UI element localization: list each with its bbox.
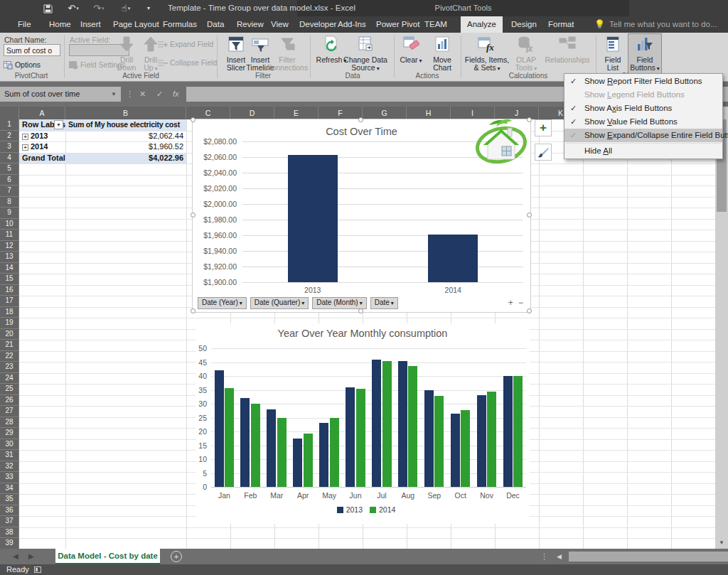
column-header-A[interactable]: A <box>19 107 65 119</box>
pivot-row-value[interactable]: $2,062.44 <box>65 131 186 142</box>
row-header-34[interactable]: 34 <box>0 483 19 495</box>
menu-item-show-expand-collapse-entire-field-buttons[interactable]: ✓Show Expand/Collapse Entire Field Butto… <box>564 129 722 142</box>
chart-name-input[interactable] <box>4 44 60 56</box>
column-header-D[interactable]: D <box>230 107 274 119</box>
field-button-date[interactable]: Date <box>370 297 398 309</box>
formula-bar-grip[interactable]: ⋮ <box>126 87 134 102</box>
column-header-H[interactable]: H <box>407 107 451 119</box>
column-header-B[interactable]: B <box>65 107 186 119</box>
row-header-15[interactable]: 15 <box>0 274 19 285</box>
select-all-corner[interactable] <box>0 107 19 119</box>
chart-elements-button[interactable]: + <box>535 119 552 136</box>
row-header-35[interactable]: 35 <box>0 494 19 505</box>
tab-design[interactable]: Design <box>505 16 543 33</box>
row-header-30[interactable]: 30 <box>0 439 19 451</box>
redo-icon[interactable]: ↷▾ <box>90 2 108 14</box>
row-header-25[interactable]: 25 <box>0 384 19 395</box>
row-header-29[interactable]: 29 <box>0 428 19 439</box>
column-header-G[interactable]: G <box>363 107 407 119</box>
pivot-header-value[interactable]: Sum of My house electricity cost <box>65 119 186 131</box>
row-header-11[interactable]: 11 <box>0 230 19 241</box>
menu-item-hide-all[interactable]: Hide All <box>564 144 722 158</box>
menu-item-show-value-field-buttons[interactable]: ✓Show Value Field Buttons <box>564 115 722 129</box>
year-over-year-chart[interactable]: Year Over Year Monthly consumption 50454… <box>196 323 530 524</box>
selection-handle[interactable] <box>358 117 363 122</box>
selection-handle[interactable] <box>527 117 532 122</box>
row-header-20[interactable]: 20 <box>0 329 19 340</box>
expand-collapse-buttons[interactable]: + − <box>508 298 525 308</box>
row-header-10[interactable]: 10 <box>0 219 19 230</box>
pivot-total-label[interactable]: Grand Total <box>19 153 65 164</box>
row-header-7[interactable]: 7 <box>0 186 19 197</box>
selection-handle[interactable] <box>527 308 532 313</box>
row-header-36[interactable]: 36 <box>0 505 19 517</box>
row-header-5[interactable]: 5 <box>0 163 19 175</box>
customize-qat-icon[interactable]: ▾ <box>144 2 154 14</box>
row-header-21[interactable]: 21 <box>0 340 19 351</box>
menu-item-show-axis-field-buttons[interactable]: ✓Show Axis Field Buttons <box>564 102 722 115</box>
tab-insert[interactable]: Insert <box>74 16 107 33</box>
row-header-8[interactable]: 8 <box>0 197 19 208</box>
name-box-caret-icon[interactable]: ▼ <box>111 87 117 102</box>
row-header-12[interactable]: 12 <box>0 241 19 252</box>
pivot-row-value[interactable]: $1,960.52 <box>65 141 186 153</box>
row-header-26[interactable]: 26 <box>0 395 19 407</box>
field-button-date-year[interactable]: Date (Year) <box>198 297 247 309</box>
menu-item-show-report-filter-field-buttons[interactable]: ✓Show Report Filter Field Buttons <box>564 75 722 88</box>
hscroll-grip[interactable]: ⋮ <box>540 549 548 564</box>
chart-styles-button[interactable] <box>535 144 552 161</box>
new-sheet-icon[interactable]: + <box>171 551 182 562</box>
selection-handle[interactable] <box>358 308 363 313</box>
hscroll-left-icon[interactable]: ◀ <box>557 549 562 564</box>
row-header-27[interactable]: 27 <box>0 406 19 417</box>
tab-team[interactable]: TEAM <box>418 16 454 33</box>
selection-handle[interactable] <box>527 213 532 217</box>
field-button-date-month[interactable]: Date (Month) <box>312 297 366 309</box>
row-header-13[interactable]: 13 <box>0 252 19 263</box>
row-header-16[interactable]: 16 <box>0 285 19 296</box>
row-header-38[interactable]: 38 <box>0 527 19 539</box>
row-header-17[interactable]: 17 <box>0 296 19 307</box>
tab-format[interactable]: Format <box>542 16 580 33</box>
row-header-6[interactable]: 6 <box>0 175 19 186</box>
row-header-31[interactable]: 31 <box>0 450 19 461</box>
expand-icon[interactable]: + <box>22 144 28 151</box>
row-header-2[interactable]: 2 <box>0 131 19 142</box>
row-header-1[interactable]: 1 <box>0 119 19 131</box>
tab-view[interactable]: View <box>264 16 295 33</box>
menu-item-show-legend-field-buttons[interactable]: Show Legend Field Buttons <box>564 88 722 102</box>
row-header-24[interactable]: 24 <box>0 373 19 385</box>
row-header-9[interactable]: 9 <box>0 208 19 219</box>
pivot-row-label[interactable]: +2014 <box>19 141 65 153</box>
tab-file[interactable]: File <box>11 16 38 33</box>
selection-handle[interactable] <box>191 117 196 122</box>
column-header-E[interactable]: E <box>274 107 318 119</box>
tab-analyze[interactable]: Analyze <box>461 16 503 33</box>
row-header-23[interactable]: 23 <box>0 362 19 373</box>
tab-home[interactable]: Home <box>43 16 77 33</box>
options-button[interactable]: Options <box>4 60 41 70</box>
pivot-total-value[interactable]: $4,022.96 <box>65 153 186 164</box>
expand-icon[interactable]: + <box>22 134 28 140</box>
filter-dropdown-icon[interactable]: ▼ <box>54 120 63 129</box>
row-header-28[interactable]: 28 <box>0 417 19 429</box>
touch-mode-icon[interactable]: ☝▾ <box>117 2 135 14</box>
column-header-F[interactable]: F <box>318 107 363 119</box>
macro-record-icon[interactable] <box>34 566 41 573</box>
tab-data[interactable]: Data <box>200 16 230 33</box>
tab-scroll-right-icon[interactable]: ▶ <box>28 549 34 564</box>
tab-add-ins[interactable]: Add-Ins <box>331 16 373 33</box>
tab-formulas[interactable]: Formulas <box>156 16 203 33</box>
row-header-22[interactable]: 22 <box>0 351 19 362</box>
row-header-3[interactable]: 3 <box>0 141 19 153</box>
scroll-down-icon[interactable]: ▼ <box>715 537 728 549</box>
field-button-date-quarter[interactable]: Date (Quarter) <box>250 297 309 309</box>
sheet-tab-active[interactable]: Data Model - Cost by date <box>55 549 160 564</box>
name-box[interactable]: Sum of cost over time <box>0 87 121 102</box>
cost-over-time-chart[interactable]: Cost Over Time $2,080.00$2,060.00$2,040.… <box>192 119 531 313</box>
row-header-19[interactable]: 19 <box>0 318 19 329</box>
row-header-39[interactable]: 39 <box>0 538 19 549</box>
selection-handle[interactable] <box>191 213 196 217</box>
save-icon[interactable] <box>41 2 54 14</box>
row-header-18[interactable]: 18 <box>0 307 19 318</box>
